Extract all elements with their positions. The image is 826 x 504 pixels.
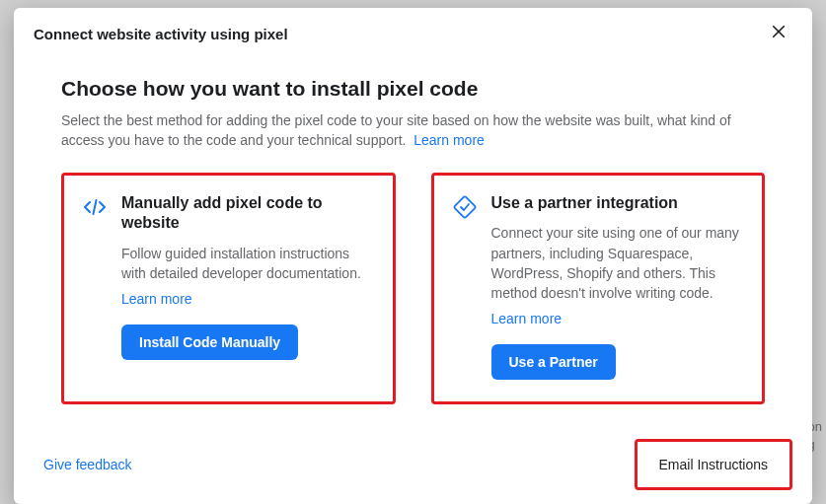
card-manual-body: Manually add pixel code to website Follo… <box>121 193 375 380</box>
card-manual-title: Manually add pixel code to website <box>121 193 375 235</box>
handshake-icon <box>452 193 478 219</box>
svg-line-2 <box>94 200 97 214</box>
card-partner-learn-more[interactable]: Learn more <box>491 311 563 326</box>
modal-title: Connect website activity using pixel <box>34 26 288 42</box>
card-manual-install[interactable]: Manually add pixel code to website Follo… <box>61 173 396 404</box>
give-feedback-link[interactable]: Give feedback <box>34 457 132 472</box>
svg-rect-3 <box>453 195 476 218</box>
card-partner-title: Use a partner integration <box>491 193 745 214</box>
email-instructions-button[interactable]: Email Instructions <box>659 457 768 472</box>
page-heading: Choose how you want to install pixel cod… <box>61 77 765 101</box>
install-code-manually-button[interactable]: Install Code Manually <box>121 324 298 360</box>
email-instructions-box: Email Instructions <box>635 439 792 490</box>
modal-content: Choose how you want to install pixel cod… <box>14 57 812 404</box>
option-cards: Manually add pixel code to website Follo… <box>61 173 765 404</box>
card-partner-body: Use a partner integration Connect your s… <box>491 193 745 380</box>
subheading-text: Select the best method for adding the pi… <box>61 112 731 148</box>
learn-more-link[interactable]: Learn more <box>413 132 485 148</box>
use-a-partner-button[interactable]: Use a Partner <box>491 344 616 380</box>
card-partner-desc: Connect your site using one of our many … <box>491 223 745 303</box>
card-manual-learn-more[interactable]: Learn more <box>121 291 192 307</box>
code-icon <box>82 193 108 219</box>
modal-header: Connect website activity using pixel <box>14 8 812 57</box>
install-pixel-modal: Connect website activity using pixel Cho… <box>14 8 812 504</box>
close-button[interactable] <box>765 20 792 47</box>
page-subheading: Select the best method for adding the pi… <box>61 110 765 151</box>
close-icon <box>770 23 788 44</box>
card-manual-desc: Follow guided installation instructions … <box>121 244 375 284</box>
modal-footer: Give feedback Email Instructions <box>34 439 792 490</box>
card-partner-integration[interactable]: Use a partner integration Connect your s… <box>431 173 766 404</box>
